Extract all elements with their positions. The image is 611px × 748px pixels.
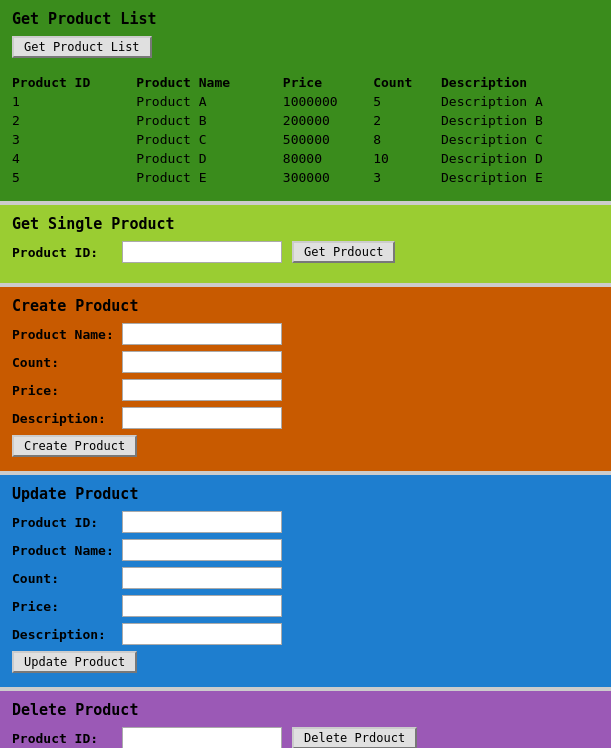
update-count-row: Count:	[12, 567, 599, 589]
table-cell-count: 10	[373, 149, 441, 168]
create-desc-row: Description:	[12, 407, 599, 429]
update-price-label: Price:	[12, 599, 122, 614]
create-price-row: Price:	[12, 379, 599, 401]
get-single-section: Get Single Product Product ID: Get Prdou…	[0, 205, 611, 283]
create-count-input[interactable]	[122, 351, 282, 373]
get-single-form-row: Product ID: Get Prdouct	[12, 241, 599, 263]
col-header-desc: Description	[441, 73, 599, 92]
product-table: Product ID Product Name Price Count Desc…	[12, 73, 599, 187]
create-name-input[interactable]	[122, 323, 282, 345]
update-desc-row: Description:	[12, 623, 599, 645]
table-row: 5Product E3000003Description E	[12, 168, 599, 187]
table-cell-name: Product A	[136, 92, 283, 111]
table-cell-count: 2	[373, 111, 441, 130]
delete-product-section: Delete Product Product ID: Delete Prdouc…	[0, 691, 611, 748]
get-product-list-button[interactable]: Get Product List	[12, 36, 152, 58]
col-header-count: Count	[373, 73, 441, 92]
create-count-label: Count:	[12, 355, 122, 370]
table-cell-name: Product C	[136, 130, 283, 149]
table-cell-description: Description B	[441, 111, 599, 130]
table-cell-id: 2	[12, 111, 136, 130]
get-single-button[interactable]: Get Prdouct	[292, 241, 395, 263]
table-cell-description: Description D	[441, 149, 599, 168]
table-cell-id: 3	[12, 130, 136, 149]
delete-title: Delete Product	[12, 701, 599, 719]
get-list-section: Get Product List Get Product List Produc…	[0, 0, 611, 201]
table-cell-count: 3	[373, 168, 441, 187]
col-header-id: Product ID	[12, 73, 136, 92]
get-single-title: Get Single Product	[12, 215, 599, 233]
create-product-section: Create Product Product Name: Count: Pric…	[0, 287, 611, 471]
table-row: 2Product B2000002Description B	[12, 111, 599, 130]
table-cell-price: 1000000	[283, 92, 373, 111]
table-cell-count: 8	[373, 130, 441, 149]
delete-id-label: Product ID:	[12, 731, 122, 746]
table-cell-description: Description E	[441, 168, 599, 187]
create-desc-input[interactable]	[122, 407, 282, 429]
table-cell-price: 80000	[283, 149, 373, 168]
table-row: 1Product A10000005Description A	[12, 92, 599, 111]
table-cell-description: Description C	[441, 130, 599, 149]
update-product-button[interactable]: Update Product	[12, 651, 137, 673]
table-cell-price: 300000	[283, 168, 373, 187]
create-price-input[interactable]	[122, 379, 282, 401]
col-header-name: Product Name	[136, 73, 283, 92]
table-cell-name: Product E	[136, 168, 283, 187]
update-id-input[interactable]	[122, 511, 282, 533]
table-cell-description: Description A	[441, 92, 599, 111]
update-desc-input[interactable]	[122, 623, 282, 645]
table-cell-count: 5	[373, 92, 441, 111]
update-product-section: Update Product Product ID: Product Name:…	[0, 475, 611, 687]
get-single-id-label: Product ID:	[12, 245, 122, 260]
create-desc-label: Description:	[12, 411, 122, 426]
table-cell-name: Product B	[136, 111, 283, 130]
update-desc-label: Description:	[12, 627, 122, 642]
update-count-input[interactable]	[122, 567, 282, 589]
update-name-label: Product Name:	[12, 543, 122, 558]
table-cell-id: 1	[12, 92, 136, 111]
delete-id-input[interactable]	[122, 727, 282, 748]
update-price-row: Price:	[12, 595, 599, 617]
table-cell-id: 4	[12, 149, 136, 168]
create-product-button[interactable]: Create Product	[12, 435, 137, 457]
create-title: Create Product	[12, 297, 599, 315]
table-row: 4Product D8000010Description D	[12, 149, 599, 168]
get-list-title: Get Product List	[12, 10, 599, 28]
table-cell-price: 500000	[283, 130, 373, 149]
table-cell-id: 5	[12, 168, 136, 187]
table-cell-name: Product D	[136, 149, 283, 168]
update-title: Update Product	[12, 485, 599, 503]
update-name-input[interactable]	[122, 539, 282, 561]
table-cell-price: 200000	[283, 111, 373, 130]
create-count-row: Count:	[12, 351, 599, 373]
update-name-row: Product Name:	[12, 539, 599, 561]
get-single-id-input[interactable]	[122, 241, 282, 263]
update-price-input[interactable]	[122, 595, 282, 617]
delete-product-button[interactable]: Delete Prdouct	[292, 727, 417, 748]
create-price-label: Price:	[12, 383, 122, 398]
update-id-row: Product ID:	[12, 511, 599, 533]
delete-id-row: Product ID: Delete Prdouct	[12, 727, 599, 748]
table-row: 3Product C5000008Description C	[12, 130, 599, 149]
update-count-label: Count:	[12, 571, 122, 586]
create-name-label: Product Name:	[12, 327, 122, 342]
create-name-row: Product Name:	[12, 323, 599, 345]
update-id-label: Product ID:	[12, 515, 122, 530]
col-header-price: Price	[283, 73, 373, 92]
